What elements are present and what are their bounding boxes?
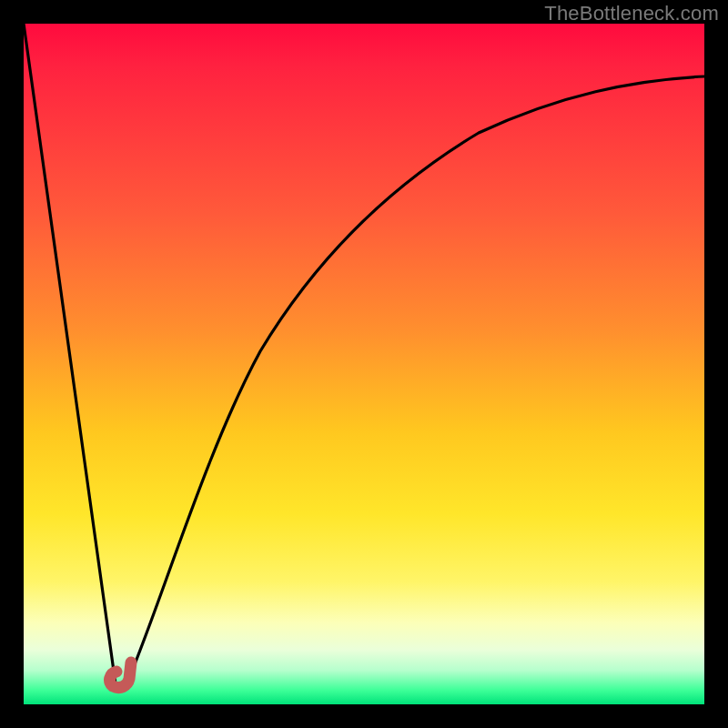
watermark-text: TheBottleneck.com (544, 2, 719, 25)
chart-container: TheBottleneck.com (0, 0, 728, 728)
curve-overlay (24, 24, 704, 704)
bottleneck-curve-line (24, 24, 704, 684)
plot-area (24, 24, 704, 704)
